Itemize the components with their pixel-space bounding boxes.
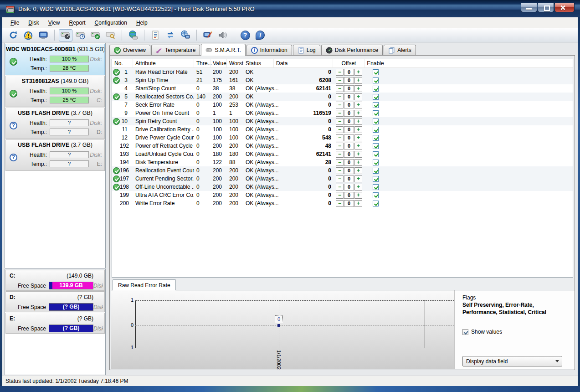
offset-minus-button[interactable]: − — [336, 200, 344, 207]
enable-checkbox[interactable] — [373, 86, 379, 92]
disk-check-icon[interactable] — [89, 29, 103, 41]
offset-plus-button[interactable]: + — [354, 77, 362, 84]
close-button[interactable] — [554, 3, 575, 12]
tab-information[interactable]: Information — [246, 45, 292, 55]
offset-value[interactable]: 0 — [344, 102, 354, 108]
tab-smart[interactable]: S.M.A.R.T. — [201, 44, 245, 56]
offset-minus-button[interactable]: − — [336, 134, 344, 141]
enable-checkbox[interactable] — [373, 135, 379, 141]
offset-plus-button[interactable]: + — [354, 134, 362, 141]
offset-plus-button[interactable]: + — [354, 167, 362, 174]
network-icon[interactable] — [179, 29, 192, 41]
sync-icon[interactable] — [164, 29, 177, 41]
offset-plus-button[interactable]: + — [354, 200, 362, 207]
disk-clock-icon[interactable] — [74, 29, 87, 41]
menu-report[interactable]: Report — [65, 18, 90, 27]
enable-checkbox[interactable] — [373, 119, 379, 124]
menu-view[interactable]: View — [44, 18, 65, 27]
offset-minus-button[interactable]: − — [336, 175, 344, 182]
offset-value[interactable]: 0 — [344, 110, 354, 117]
offset-minus-button[interactable]: − — [336, 69, 344, 76]
tab-overview[interactable]: Overview — [109, 45, 150, 55]
offset-value[interactable]: 0 — [344, 134, 354, 141]
table-row[interactable]: 196 Reallocation Event Count 0 200 200 O… — [112, 166, 573, 175]
menu-configuration[interactable]: Configuration — [90, 18, 132, 27]
offset-plus-button[interactable]: + — [354, 151, 362, 158]
enable-checkbox[interactable] — [373, 143, 379, 149]
display-data-field-dropdown[interactable]: Display data field — [462, 356, 562, 366]
minimize-button[interactable] — [521, 3, 537, 12]
table-row[interactable]: 193 Load/Unload Cycle Cou... 0 180 180 O… — [112, 150, 573, 158]
offset-plus-button[interactable]: + — [354, 143, 362, 150]
offset-plus-button[interactable]: + — [354, 126, 362, 133]
table-row[interactable]: 7 Seek Error Rate 0 100 253 OK (Always..… — [112, 101, 573, 109]
menu-disk[interactable]: Disk — [24, 18, 43, 27]
offset-minus-button[interactable]: − — [336, 102, 344, 108]
disk-item-usb-d[interactable]: USB FLASH DRIVE (3.7 GB) Health: ? Disk:… — [5, 108, 105, 139]
maximize-button[interactable] — [538, 3, 554, 12]
offset-minus-button[interactable]: − — [336, 184, 344, 191]
table-row[interactable]: 10 Spin Retry Count 0 100 100 OK (Always… — [112, 117, 573, 125]
table-row[interactable]: 198 Off-Line Uncorrectable ... 0 200 200… — [112, 183, 573, 191]
offset-minus-button[interactable]: − — [336, 126, 344, 133]
offset-plus-button[interactable]: + — [354, 85, 362, 92]
offset-plus-button[interactable]: + — [354, 93, 362, 100]
menu-file[interactable]: File — [6, 18, 24, 27]
table-row[interactable]: 12 Drive Power Cycle Count 0 100 100 OK … — [112, 134, 573, 142]
offset-value[interactable]: 0 — [344, 118, 354, 125]
table-row[interactable]: 5 Reallocated Sectors Co... 140 200 200 … — [112, 93, 573, 101]
enable-checkbox[interactable] — [373, 94, 379, 100]
disk-item-wdc[interactable]: WDC WD10EACS-00D6B1 (931.5 GB) Health: 1… — [5, 44, 105, 75]
offset-value[interactable]: 0 — [344, 143, 354, 150]
offset-minus-button[interactable]: − — [336, 85, 344, 92]
disk-search-icon[interactable] — [104, 29, 118, 41]
tab-alerts[interactable]: Alerts — [384, 45, 416, 55]
globe-disk-icon[interactable] — [126, 29, 140, 41]
offset-value[interactable]: 0 — [344, 77, 354, 84]
show-values-checkbox[interactable] — [462, 329, 468, 335]
table-row[interactable]: 3 Spin Up Time 21 175 161 OK 6208 − 0 + — [112, 76, 573, 84]
offset-plus-button[interactable]: + — [354, 69, 362, 76]
enable-checkbox[interactable] — [373, 184, 379, 190]
offset-value[interactable]: 0 — [344, 184, 354, 191]
offset-value[interactable]: 0 — [344, 200, 354, 207]
tab-log[interactable]: Log — [293, 45, 320, 55]
table-row[interactable]: 4 Start/Stop Count 0 38 38 OK (Always...… — [112, 84, 573, 93]
table-row[interactable]: 197 Current Pending Sector... 0 200 200 … — [112, 175, 573, 183]
offset-minus-button[interactable]: − — [336, 192, 344, 199]
enable-checkbox[interactable] — [373, 110, 379, 116]
attribute-chart-tab[interactable]: Raw Read Error Rate — [113, 279, 176, 290]
refresh-icon[interactable] — [6, 29, 20, 41]
offset-minus-button[interactable]: − — [336, 143, 344, 150]
offset-value[interactable]: 0 — [344, 192, 354, 199]
offset-value[interactable]: 0 — [344, 159, 354, 166]
offset-minus-button[interactable]: − — [336, 167, 344, 174]
info-icon[interactable]: i — [253, 29, 267, 41]
offset-value[interactable]: 0 — [344, 93, 354, 100]
table-row[interactable]: 200 Write Error Rate 0 200 200 OK (Alway… — [112, 199, 573, 207]
menu-help[interactable]: Help — [132, 18, 152, 27]
table-row[interactable]: 192 Power off Retract Cycle ... 0 200 20… — [112, 142, 573, 150]
offset-value[interactable]: 0 — [344, 85, 354, 92]
enable-checkbox[interactable] — [373, 192, 379, 198]
enable-checkbox[interactable] — [373, 127, 379, 133]
disk-item-usb-e[interactable]: USB FLASH DRIVE (3.7 GB) Health: ? Disk:… — [5, 139, 105, 171]
offset-minus-button[interactable]: − — [336, 151, 344, 158]
enable-checkbox[interactable] — [373, 151, 379, 157]
tab-disk-performance[interactable]: Disk Performance — [321, 45, 383, 55]
enable-checkbox[interactable] — [373, 77, 379, 83]
volume-item-e[interactable]: E: (? GB) Free Space (? GB) Disk — [5, 313, 105, 334]
enable-checkbox[interactable] — [373, 201, 379, 206]
disk-item-st[interactable]: ST3160812AS (149.0 GB) Health: 100 % Dis… — [5, 76, 105, 107]
report-icon[interactable] — [149, 29, 162, 41]
volume-item-c[interactable]: C: (149.0 GB) Free Space 139.9 GB Disk — [5, 270, 105, 291]
offset-value[interactable]: 0 — [344, 167, 354, 174]
enable-checkbox[interactable] — [373, 160, 379, 165]
offset-plus-button[interactable]: + — [354, 192, 362, 199]
offset-value[interactable]: 0 — [344, 151, 354, 158]
offset-minus-button[interactable]: − — [336, 93, 344, 100]
disk-gauge-icon[interactable] — [59, 29, 72, 41]
offset-plus-button[interactable]: + — [354, 102, 362, 108]
disk-monitor-icon[interactable] — [36, 29, 50, 41]
scan-warning-icon[interactable] — [21, 29, 35, 41]
